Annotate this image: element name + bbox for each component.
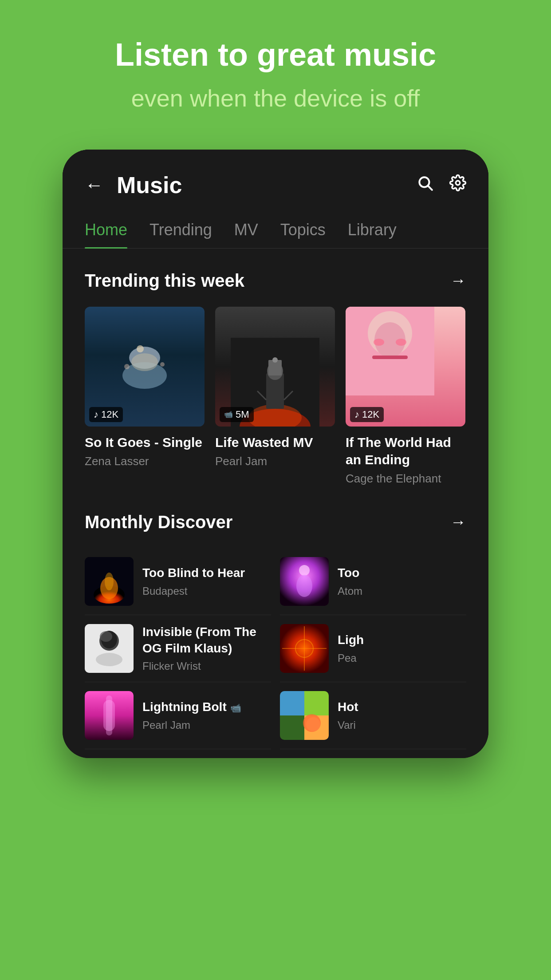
header-actions — [417, 174, 466, 196]
monthly-arrow[interactable]: → — [450, 513, 466, 531]
app-title: Music — [117, 172, 417, 198]
card-artist-3: Cage the Elephant — [346, 472, 465, 486]
card-title-2: Life Wasted MV — [215, 434, 335, 451]
monthly-info-r3: Hot Vari — [338, 699, 466, 731]
svg-rect-44 — [304, 691, 329, 715]
svg-point-27 — [105, 573, 114, 590]
monthly-item-title-1: Too Blind to Hear — [142, 565, 271, 581]
card-badge-3: ♪ 12K — [350, 407, 384, 422]
card-badge-1: ♪ 12K — [89, 407, 123, 422]
monthly-thumb-2 — [85, 624, 134, 673]
monthly-info-1: Too Blind to Hear Budapest — [142, 565, 271, 597]
settings-icon[interactable] — [449, 174, 466, 196]
svg-point-8 — [160, 362, 165, 367]
monthly-thumb-r3 — [280, 691, 329, 740]
monthly-item-r3[interactable]: Hot Vari — [280, 682, 466, 749]
monthly-item-title-r1: Too — [338, 565, 466, 581]
svg-point-5 — [137, 345, 144, 352]
svg-point-22 — [374, 339, 384, 346]
monthly-info-r2: Ligh Pea — [338, 632, 466, 664]
trending-header: Trending this week → — [85, 271, 466, 291]
trending-arrow[interactable]: → — [450, 271, 466, 290]
app-header: ← Music — [63, 150, 488, 212]
monthly-title: Monthly Discover — [85, 512, 232, 532]
search-icon[interactable] — [417, 174, 433, 196]
monthly-item-title-r2: Ligh — [338, 632, 466, 648]
trending-card-1[interactable]: ♪ 12K So It Goes - Single Zena Lasser — [85, 307, 205, 486]
svg-rect-21 — [372, 356, 408, 359]
monthly-item-title-r3: Hot — [338, 699, 466, 715]
monthly-item-artist-r3: Vari — [338, 719, 466, 731]
svg-point-2 — [456, 181, 460, 185]
svg-point-48 — [306, 717, 320, 731]
svg-line-1 — [428, 186, 432, 190]
monthly-item-artist-2: Flicker Wrist — [142, 660, 271, 672]
svg-point-32 — [96, 653, 122, 666]
monthly-item-artist-r1: Atom — [338, 585, 466, 597]
card-artist-2: Pearl Jam — [215, 454, 335, 468]
monthly-thumb-r2 — [280, 624, 329, 673]
svg-rect-35 — [106, 695, 112, 735]
card-thumb-3: ♪ 12K — [346, 307, 465, 427]
monthly-col-left: Too Blind to Hear Budapest — [85, 548, 271, 749]
back-button[interactable]: ← — [85, 174, 103, 196]
monthly-item-2[interactable]: Invisible (From The OG Film Klaus) Flick… — [85, 615, 271, 682]
monthly-item-title-2: Invisible (From The OG Film Klaus) — [142, 624, 271, 656]
monthly-item-3[interactable]: Lightning Bolt 📹 Pearl Jam — [85, 682, 271, 749]
card-title-1: So It Goes - Single — [85, 434, 205, 451]
tab-library[interactable]: Library — [348, 212, 410, 248]
hero-title: Listen to great music — [27, 36, 524, 74]
svg-rect-43 — [280, 691, 304, 715]
tab-bar: Home Trending MV Topics Library — [63, 212, 488, 249]
svg-point-31 — [100, 631, 112, 642]
monthly-item-artist-r2: Pea — [338, 652, 466, 664]
monthly-header: Monthly Discover → — [85, 512, 466, 532]
svg-point-6 — [131, 353, 158, 371]
tab-trending[interactable]: Trending — [150, 212, 225, 248]
monthly-item-artist-1: Budapest — [142, 585, 271, 597]
svg-rect-45 — [280, 715, 304, 740]
monthly-item-title-3: Lightning Bolt 📹 — [142, 699, 271, 715]
monthly-item-r1[interactable]: Too Atom — [280, 548, 466, 615]
trending-title: Trending this week — [85, 271, 244, 291]
svg-point-37 — [299, 565, 310, 576]
svg-point-7 — [124, 364, 130, 369]
card-thumb-1: ♪ 12K — [85, 307, 205, 427]
hero-section: Listen to great music even when the devi… — [0, 0, 551, 132]
trending-card-3[interactable]: ♪ 12K If The World Had an Ending Cage th… — [346, 307, 465, 486]
trending-cards-list: ♪ 12K So It Goes - Single Zena Lasser — [85, 307, 466, 486]
tab-mv[interactable]: MV — [234, 212, 272, 248]
monthly-info-2: Invisible (From The OG Film Klaus) Flick… — [142, 624, 271, 672]
monthly-item-artist-3: Pearl Jam — [142, 719, 271, 731]
svg-point-38 — [296, 575, 312, 597]
monthly-info-r1: Too Atom — [338, 565, 466, 597]
monthly-info-3: Lightning Bolt 📹 Pearl Jam — [142, 699, 271, 731]
monthly-thumb-r1 — [280, 557, 329, 606]
svg-point-17 — [272, 357, 278, 363]
monthly-col-right: Too Atom — [280, 548, 466, 749]
card-badge-2: 📹 5M — [220, 407, 254, 422]
hero-subtitle: even when the device is off — [27, 83, 524, 114]
card-artist-1: Zena Lasser — [85, 454, 205, 468]
trending-section: Trending this week → — [63, 253, 488, 494]
monthly-item-r2[interactable]: Ligh Pea — [280, 615, 466, 682]
card-thumb-2: 📹 5M — [215, 307, 335, 427]
phone-device: ← Music Home Trendin — [63, 150, 488, 758]
tab-topics[interactable]: Topics — [280, 212, 339, 248]
monthly-section: Monthly Discover → — [63, 494, 488, 758]
phone-screen: ← Music Home Trendin — [63, 150, 488, 758]
monthly-item-1[interactable]: Too Blind to Hear Budapest — [85, 548, 271, 615]
card-title-3: If The World Had an Ending — [346, 434, 465, 468]
trending-card-2[interactable]: 📹 5M Life Wasted MV Pearl Jam — [215, 307, 335, 486]
tab-home[interactable]: Home — [85, 212, 141, 248]
svg-point-23 — [396, 339, 406, 346]
monthly-thumb-3 — [85, 691, 134, 740]
monthly-thumb-1 — [85, 557, 134, 606]
monthly-list: Too Blind to Hear Budapest — [85, 548, 466, 749]
